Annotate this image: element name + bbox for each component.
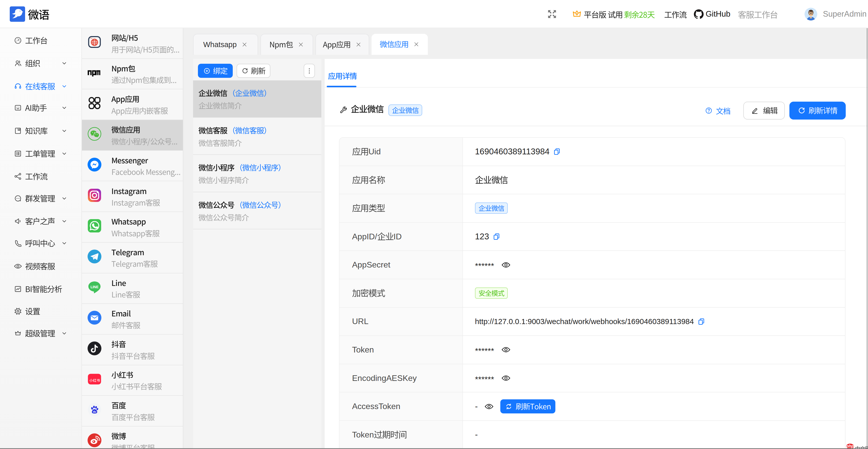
svg-text:LINE: LINE bbox=[90, 285, 98, 289]
svg-text:du: du bbox=[93, 410, 96, 413]
